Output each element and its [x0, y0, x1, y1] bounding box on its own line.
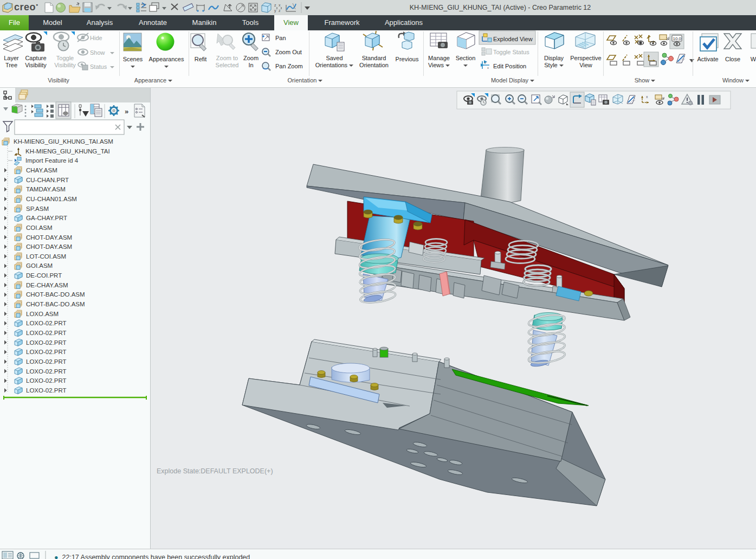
svg-text:CHOT-DAY.ASM: CHOT-DAY.ASM [26, 243, 72, 250]
svg-text:DE-CHAY.ASM: DE-CHAY.ASM [26, 282, 68, 288]
svg-text:y: y [484, 61, 486, 64]
svg-text:LOXO-02.PRT: LOXO-02.PRT [26, 320, 67, 326]
svg-text:10.0: 10.0 [673, 36, 682, 41]
svg-text:LOXO-02.PRT: LOXO-02.PRT [26, 368, 67, 375]
svg-text:LOXO-02.PRT: LOXO-02.PRT [26, 349, 67, 355]
svg-text:COI.ASM: COI.ASM [26, 224, 53, 231]
svg-text:CHOT-BAC-DO.ASM: CHOT-BAC-DO.ASM [26, 291, 85, 298]
svg-text:KH-MIENG_GIU_KHUNG_TAI.ASM: KH-MIENG_GIU_KHUNG_TAI.ASM [14, 138, 113, 145]
svg-text:CHOT-BAC-DO.ASM: CHOT-BAC-DO.ASM [26, 301, 85, 307]
svg-text:x: x [487, 66, 489, 69]
svg-text:Import Feature id 4: Import Feature id 4 [25, 157, 79, 164]
svg-text:y: y [274, 9, 276, 13]
svg-text:SP.ASM: SP.ASM [26, 205, 49, 212]
svg-text:GA-CHAY.PRT: GA-CHAY.PRT [26, 215, 67, 221]
svg-text:z: z [274, 3, 276, 7]
svg-text:LOXO-02.PRT: LOXO-02.PRT [26, 330, 67, 336]
svg-text:z: z [279, 9, 281, 12]
svg-text:»: » [125, 107, 128, 115]
svg-text:LOXO.ASM: LOXO.ASM [26, 311, 59, 317]
svg-text:LOXO-02.PRT: LOXO-02.PRT [26, 387, 67, 394]
svg-text:KH-MIENG_GIU_KHUNG_TAI: KH-MIENG_GIU_KHUNG_TAI [25, 148, 110, 155]
svg-text:x: x [279, 3, 281, 7]
svg-text:LOT-COI.ASM: LOT-COI.ASM [26, 253, 66, 260]
svg-text:CU-CHAN.PRT: CU-CHAN.PRT [26, 177, 69, 183]
svg-text:CHOT-DAY.ASM: CHOT-DAY.ASM [26, 234, 72, 241]
svg-text:CHAY.ASM: CHAY.ASM [26, 167, 57, 174]
svg-text:TAMDAY.ASM: TAMDAY.ASM [26, 186, 66, 192]
svg-text:CU-CHAN01.ASM: CU-CHAN01.ASM [26, 196, 77, 202]
svg-text:LOXO-02.PRT: LOXO-02.PRT [26, 377, 67, 384]
svg-text:LOXO-02.PRT: LOXO-02.PRT [26, 339, 67, 346]
svg-text:LOXO-02.PRT: LOXO-02.PRT [26, 358, 67, 365]
svg-text:x: x [646, 95, 648, 99]
svg-text:GOI.ASM: GOI.ASM [26, 262, 53, 269]
svg-text:DE-COI.PRT: DE-COI.PRT [26, 272, 62, 279]
